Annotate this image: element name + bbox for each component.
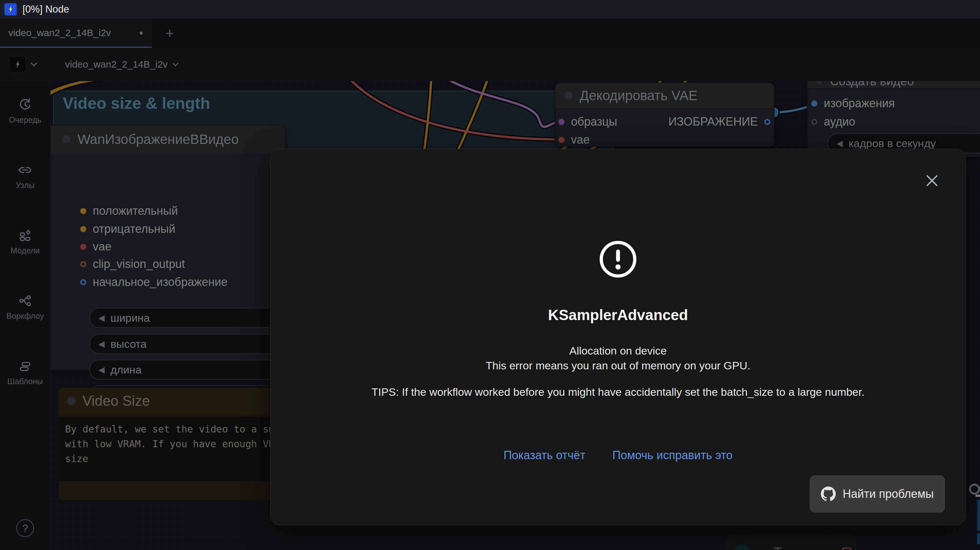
error-dialog: KSamplerAdvanced Allocation on device Th…: [270, 149, 966, 525]
dialog-actions: Показать отчёт Помочь исправить это: [270, 448, 966, 462]
error-line: This error means you ran out of memory o…: [270, 358, 966, 373]
github-icon: [821, 486, 836, 501]
error-alert-icon: [598, 239, 638, 279]
error-message: Allocation on device This error means yo…: [270, 343, 966, 373]
find-issues-button[interactable]: Найти проблемы: [810, 475, 945, 513]
lightning-bolt-icon: [6, 5, 15, 14]
close-icon[interactable]: [924, 172, 940, 189]
help-fix-link[interactable]: Помочь исправить это: [612, 448, 732, 462]
comfyui-app: [0%] Node video_wan2_2_14B_i2v ● + video…: [0, 0, 980, 550]
error-node-name: KSamplerAdvanced: [270, 306, 966, 324]
os-title-bar: [0%] Node: [0, 0, 980, 19]
show-report-link[interactable]: Показать отчёт: [503, 448, 585, 462]
find-issues-label: Найти проблемы: [843, 487, 934, 501]
error-line: Allocation on device: [270, 343, 966, 358]
error-tips: TIPS: If the workflow worked before you …: [270, 386, 966, 398]
app-window-icon: [5, 3, 17, 16]
window-title: [0%] Node: [22, 3, 69, 15]
